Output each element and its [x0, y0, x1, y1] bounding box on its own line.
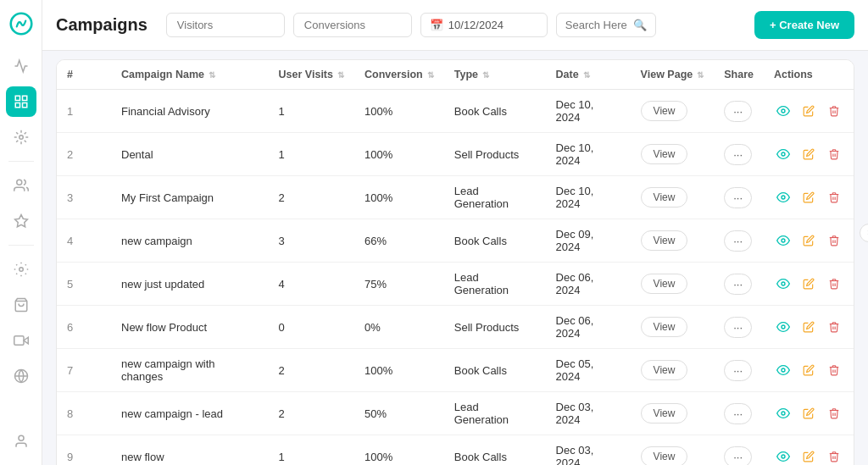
svg-rect-3	[15, 103, 19, 108]
sidebar-item-store[interactable]	[6, 290, 36, 320]
date-picker[interactable]: 📅 10/12/2024	[420, 13, 548, 37]
action-edit-icon[interactable]	[799, 102, 818, 120]
action-view-icon[interactable]	[774, 274, 793, 293]
cell-share[interactable]: ···	[714, 435, 764, 466]
sidebar-item-profile[interactable]	[6, 426, 36, 457]
action-view-icon[interactable]	[774, 318, 793, 336]
view-page-button[interactable]: View	[641, 403, 688, 423]
action-edit-icon[interactable]	[799, 231, 818, 250]
share-more-button[interactable]: ···	[724, 101, 752, 122]
action-view-icon[interactable]	[774, 361, 793, 379]
cell-visits: 0	[269, 306, 354, 349]
cell-conversion: 0%	[354, 306, 444, 349]
col-date[interactable]: Date⇅	[546, 60, 631, 90]
cell-share[interactable]: ···	[714, 263, 764, 306]
action-view-icon[interactable]	[774, 145, 793, 163]
cell-share[interactable]: ···	[714, 349, 764, 392]
svg-point-8	[19, 268, 23, 272]
action-view-icon[interactable]	[774, 188, 793, 207]
share-more-button[interactable]: ···	[724, 446, 752, 466]
action-view-icon[interactable]	[774, 404, 793, 423]
cell-viewpage[interactable]: View	[631, 306, 715, 349]
sidebar: ›	[0, 0, 42, 465]
cell-share[interactable]: ···	[714, 133, 764, 176]
cell-viewpage[interactable]: View	[631, 263, 715, 306]
view-page-button[interactable]: View	[641, 446, 688, 465]
action-edit-icon[interactable]	[799, 404, 818, 423]
svg-point-5	[19, 136, 23, 140]
cell-share[interactable]: ···	[714, 176, 764, 219]
view-page-button[interactable]: View	[641, 317, 688, 337]
action-edit-icon[interactable]	[799, 274, 818, 293]
action-view-icon[interactable]	[774, 447, 793, 465]
search-input[interactable]	[565, 19, 628, 31]
action-delete-icon[interactable]	[825, 188, 843, 207]
cell-actions	[764, 219, 854, 263]
share-more-button[interactable]: ···	[724, 317, 752, 338]
sidebar-item-integrations[interactable]	[6, 122, 36, 152]
share-more-button[interactable]: ···	[724, 274, 752, 295]
conversions-input[interactable]	[293, 13, 412, 37]
col-actions: Actions	[764, 60, 854, 90]
cell-viewpage[interactable]: View	[631, 133, 715, 176]
view-page-button[interactable]: View	[641, 144, 688, 164]
sidebar-item-settings[interactable]	[6, 254, 36, 285]
action-edit-icon[interactable]	[799, 188, 818, 207]
action-delete-icon[interactable]	[825, 145, 843, 163]
sidebar-item-community[interactable]	[6, 361, 36, 391]
cell-visits: 4	[269, 263, 354, 306]
action-edit-icon[interactable]	[799, 361, 818, 379]
cell-share[interactable]: ···	[714, 392, 764, 435]
col-name[interactable]: Campaign Name⇅	[111, 60, 269, 90]
action-edit-icon[interactable]	[799, 318, 818, 336]
view-page-button[interactable]: View	[641, 187, 688, 208]
action-delete-icon[interactable]	[825, 404, 843, 423]
sidebar-item-video[interactable]	[6, 325, 36, 356]
share-more-button[interactable]: ···	[724, 144, 752, 165]
view-page-button[interactable]: View	[641, 230, 688, 251]
col-conversion[interactable]: Conversion⇅	[354, 60, 444, 90]
col-viewpage[interactable]: View Page⇅	[631, 60, 715, 90]
share-more-button[interactable]: ···	[724, 230, 752, 252]
create-new-button[interactable]: + Create New	[754, 11, 854, 39]
view-page-button[interactable]: View	[641, 101, 688, 121]
cell-share[interactable]: ···	[714, 219, 764, 263]
view-page-button[interactable]: View	[641, 274, 688, 294]
action-delete-icon[interactable]	[825, 102, 843, 120]
action-delete-icon[interactable]	[825, 318, 843, 336]
share-more-button[interactable]: ···	[724, 403, 752, 424]
cell-share[interactable]: ···	[714, 90, 764, 133]
action-delete-icon[interactable]	[825, 274, 843, 293]
col-visits[interactable]: User Visits⇅	[269, 60, 354, 90]
table-row: 3 My First Campaign 2 100% Lead Generati…	[57, 176, 854, 219]
search-box[interactable]: 🔍	[556, 13, 656, 37]
cell-date: Dec 09, 2024	[546, 219, 631, 263]
share-more-button[interactable]: ···	[724, 360, 752, 381]
cell-viewpage[interactable]: View	[631, 349, 715, 392]
action-delete-icon[interactable]	[825, 231, 843, 250]
col-type[interactable]: Type⇅	[444, 60, 546, 90]
action-edit-icon[interactable]	[799, 145, 818, 163]
cell-conversion: 66%	[354, 219, 444, 263]
cell-flag	[91, 90, 111, 133]
cell-viewpage[interactable]: View	[631, 219, 715, 263]
cell-actions	[764, 435, 854, 466]
cell-viewpage[interactable]: View	[631, 176, 715, 219]
cell-type: Book Calls	[444, 90, 546, 133]
action-edit-icon[interactable]	[799, 447, 818, 465]
share-more-button[interactable]: ···	[724, 187, 752, 208]
view-page-button[interactable]: View	[641, 360, 688, 380]
sidebar-item-campaigns[interactable]	[6, 86, 36, 117]
sidebar-item-analytics[interactable]	[6, 51, 36, 81]
action-view-icon[interactable]	[774, 102, 793, 120]
cell-viewpage[interactable]: View	[631, 90, 715, 133]
cell-viewpage[interactable]: View	[631, 392, 715, 435]
action-delete-icon[interactable]	[825, 447, 843, 465]
sidebar-item-funnels[interactable]	[6, 206, 36, 236]
sidebar-item-contacts[interactable]	[6, 170, 36, 201]
action-view-icon[interactable]	[774, 231, 793, 250]
action-delete-icon[interactable]	[825, 361, 843, 379]
visitors-input[interactable]	[166, 13, 285, 37]
cell-share[interactable]: ···	[714, 306, 764, 349]
cell-viewpage[interactable]: View	[631, 435, 715, 466]
